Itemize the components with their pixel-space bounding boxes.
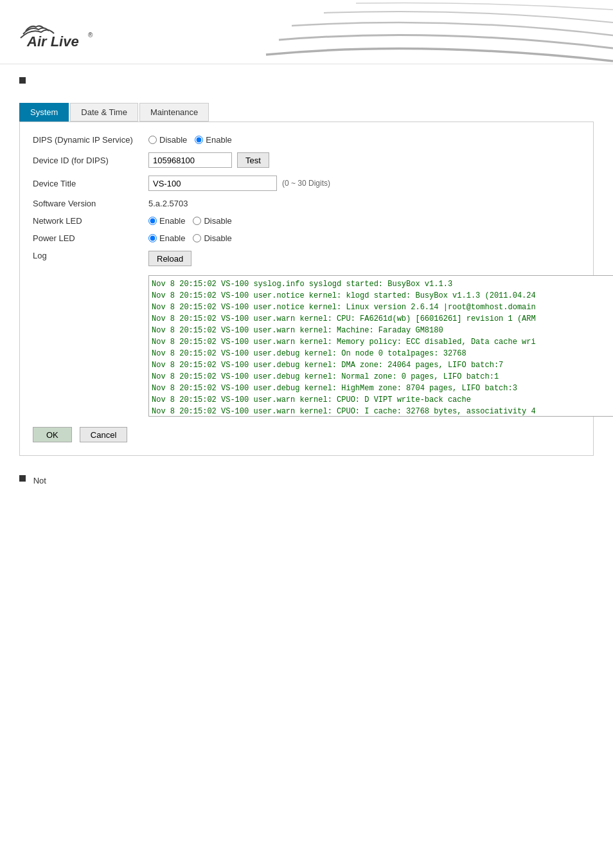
log-line: Nov 8 20:15:02 VS-100 user.notice kernel… [152,302,613,313]
test-button[interactable]: Test [237,152,269,168]
network-led-enable-radio[interactable] [148,217,157,225]
dips-label: DIPS (Dynamic IP Service) [33,135,148,145]
tab-datetime[interactable]: Date & Time [70,103,138,122]
log-line: Nov 8 20:15:02 VS-100 user.notice kernel… [152,290,613,302]
device-id-row: Device ID (for DIPS) Test [33,152,580,168]
device-title-row: Device Title (0 ~ 30 Digits) [33,176,580,191]
log-line: Nov 8 20:15:02 VS-100 user.debug kernel:… [152,359,613,371]
airlive-logo: Air Live ® [19,13,103,51]
dips-disable-option[interactable]: Disable [148,135,187,145]
network-led-row: Network LED Enable Disable [33,216,580,226]
svg-text:Air Live: Air Live [26,33,79,50]
log-line: Nov 8 20:15:02 VS-100 user.warn kernel: … [152,336,613,348]
device-id-control: Test [148,152,269,168]
log-line: Nov 8 20:15:02 VS-100 user.warn kernel: … [152,406,613,417]
network-led-disable-radio[interactable] [193,217,201,225]
device-title-label: Device Title [33,179,148,188]
logo-area: Air Live ® [19,13,103,51]
power-led-disable-option[interactable]: Disable [193,233,231,243]
device-title-hint: (0 ~ 30 Digits) [282,179,330,188]
ok-button[interactable]: OK [33,427,72,442]
dips-row: DIPS (Dynamic IP Service) Disable Enable [33,135,580,145]
dips-enable-option[interactable]: Enable [195,135,231,145]
dips-enable-label: Enable [206,135,231,145]
svg-text:®: ® [88,32,93,39]
log-line: Nov 8 20:15:02 VS-100 user.warn kernel: … [152,325,613,336]
network-led-disable-label: Disable [204,216,231,226]
dips-disable-label: Disable [159,135,187,145]
log-line: Nov 8 20:15:02 VS-100 user.warn kernel: … [152,313,613,325]
power-led-enable-label: Enable [159,233,185,243]
power-led-enable-radio[interactable] [148,234,157,242]
network-led-control: Enable Disable [148,216,232,226]
main-content: SystemDate & TimeMaintenance DIPS (Dynam… [0,64,613,501]
log-line: Nov 8 20:15:02 VS-100 syslog.info syslog… [152,278,613,290]
section1-bullet [19,77,26,84]
network-led-disable-option[interactable]: Disable [193,216,231,226]
tabs-container: SystemDate & TimeMaintenance [19,103,594,122]
power-led-row: Power LED Enable Disable [33,233,580,243]
section2-bullet [19,475,26,482]
form-panel: DIPS (Dynamic IP Service) Disable Enable… [19,122,594,456]
brand-decoration [227,0,613,64]
network-led-label: Network LED [33,216,148,226]
tab-maintenance[interactable]: Maintenance [139,103,209,122]
device-id-input[interactable] [148,152,232,168]
dips-disable-radio[interactable] [148,136,157,144]
network-led-enable-label: Enable [159,216,185,226]
dips-control: Disable Enable [148,135,232,145]
device-title-input[interactable] [148,176,277,191]
network-led-enable-option[interactable]: Enable [148,216,185,226]
power-led-label: Power LED [33,233,148,243]
power-led-disable-label: Disable [204,233,231,243]
tab-system[interactable]: System [19,103,69,122]
device-title-control: (0 ~ 30 Digits) [148,176,330,191]
log-line: Nov 8 20:15:02 VS-100 user.debug kernel:… [152,371,613,383]
power-led-enable-option[interactable]: Enable [148,233,185,243]
software-version-row: Software Version 5.a.2.5703 [33,199,580,208]
software-version-label: Software Version [33,199,148,208]
not-text: Not [33,476,46,485]
log-row: Log Reload Nov 8 20:15:02 VS-100 syslog.… [33,251,580,417]
log-control: Reload Nov 8 20:15:02 VS-100 syslog.info… [148,251,613,417]
section2: Not [19,475,594,488]
log-label: Log [33,251,148,260]
cancel-button[interactable]: Cancel [80,427,127,442]
header: Air Live ® [0,0,613,64]
software-version-control: 5.a.2.5703 [148,199,188,208]
bottom-buttons: OK Cancel [33,427,580,442]
dips-enable-radio[interactable] [195,136,203,144]
power-led-disable-radio[interactable] [193,234,201,242]
section1 [19,77,594,90]
software-version-value: 5.a.2.5703 [148,199,188,208]
device-id-label: Device ID (for DIPS) [33,156,148,165]
power-led-control: Enable Disable [148,233,232,243]
reload-button[interactable]: Reload [148,251,191,266]
log-line: Nov 8 20:15:02 VS-100 user.debug kernel:… [152,383,613,394]
log-line: Nov 8 20:15:02 VS-100 user.debug kernel:… [152,348,613,359]
log-output[interactable]: Nov 8 20:15:02 VS-100 syslog.info syslog… [148,275,613,417]
log-line: Nov 8 20:15:02 VS-100 user.warn kernel: … [152,394,613,406]
